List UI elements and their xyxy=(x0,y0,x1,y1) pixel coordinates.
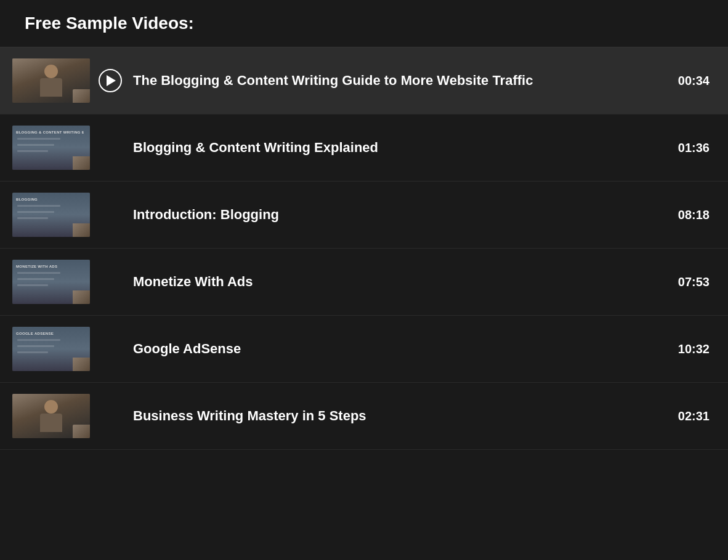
page-title: Free Sample Videos: xyxy=(25,14,710,33)
video-title: Blogging & Content Writing Explained xyxy=(133,139,654,157)
video-duration: 08:18 xyxy=(666,208,710,222)
video-duration: 00:34 xyxy=(666,74,710,88)
video-thumbnail xyxy=(12,58,90,103)
video-thumbnail: BLOGGING xyxy=(12,193,90,237)
video-title: The Blogging & Content Writing Guide to … xyxy=(133,72,654,90)
video-title: Monetize With Ads xyxy=(133,273,654,291)
video-thumbnail: BLOGGING & CONTENT WRITING EXPLAINED xyxy=(12,126,90,170)
video-thumbnail xyxy=(12,394,90,438)
video-duration: 02:31 xyxy=(666,409,710,423)
video-title: Google AdSense xyxy=(133,340,654,358)
video-title: Introduction: Blogging xyxy=(133,206,654,224)
video-item[interactable]: BLOGGINGIntroduction: Blogging08:18 xyxy=(0,182,728,249)
video-duration: 10:32 xyxy=(666,342,710,356)
video-item[interactable]: BLOGGING & CONTENT WRITING EXPLAINEDBlog… xyxy=(0,114,728,182)
video-duration: 07:53 xyxy=(666,275,710,289)
video-duration: 01:36 xyxy=(666,141,710,155)
play-icon xyxy=(107,75,116,86)
play-button-wrapper[interactable] xyxy=(99,69,122,92)
video-thumbnail: GOOGLE ADSENSE xyxy=(12,327,90,371)
video-item[interactable]: The Blogging & Content Writing Guide to … xyxy=(0,47,728,114)
video-item[interactable]: GOOGLE ADSENSEGoogle AdSense10:32 xyxy=(0,316,728,383)
page-header: Free Sample Videos: xyxy=(0,0,728,47)
page-container: Free Sample Videos: The Blogging & Conte… xyxy=(0,0,728,450)
video-item[interactable]: Business Writing Mastery in 5 Steps02:31 xyxy=(0,383,728,450)
play-button[interactable] xyxy=(99,69,122,92)
video-item[interactable]: MONETIZE WITH ADSMonetize With Ads07:53 xyxy=(0,249,728,316)
video-list: The Blogging & Content Writing Guide to … xyxy=(0,47,728,450)
video-title: Business Writing Mastery in 5 Steps xyxy=(133,407,654,425)
video-thumbnail: MONETIZE WITH ADS xyxy=(12,260,90,304)
